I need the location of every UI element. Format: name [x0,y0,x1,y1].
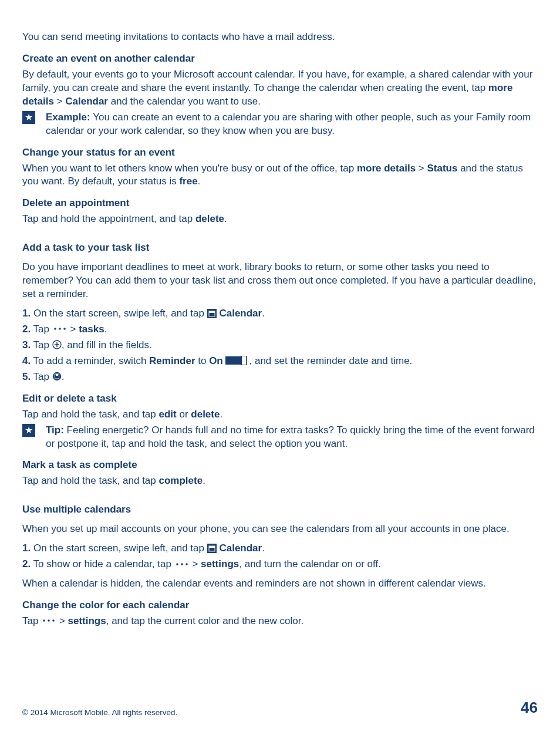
svg-rect-10 [241,356,247,365]
svg-point-4 [59,328,61,331]
calendar-tile-icon [207,309,217,318]
calendar-tile-icon [207,544,217,553]
heading-change-color: Change the color for each calendar [22,599,538,612]
svg-rect-2 [209,311,215,313]
svg-point-19 [185,563,188,565]
body-change-color: Tap > settings, and tap the current colo… [22,615,538,628]
svg-point-17 [176,563,178,565]
example-callout: ★ Example: You can create an event to a … [22,111,538,138]
heading-mark-complete: Mark a task as complete [22,459,538,472]
plus-circle-icon [52,340,62,349]
copyright-text: © 2014 Microsoft Mobile. All rights rese… [22,707,177,718]
page-number: 46 [521,697,538,718]
heading-change-status: Change your status for an event [22,146,538,160]
svg-rect-13 [56,374,58,376]
more-dots-icon [52,326,68,332]
heading-delete-appt: Delete an appointment [22,197,538,210]
intro-text: You can send meeting invitations to cont… [22,31,538,44]
svg-rect-9 [226,357,242,365]
svg-rect-14 [207,544,217,553]
body-create-event: By default, your events go to your Micro… [22,68,538,109]
svg-point-18 [181,563,183,565]
tip-text: Feeling energetic? Or hands full and no … [46,424,535,449]
step4-5: 5. Tap . [22,370,538,384]
tip-callout: ★ Tip: Feeling energetic? Or hands full … [22,424,538,451]
step4-2: 2. Tap > tasks. [22,323,538,336]
star-icon: ★ [22,424,35,437]
body-delete-appt: Tap and hold the appointment, and tap de… [22,213,538,226]
heading-create-event: Create an event on another calendar [22,52,538,66]
svg-point-22 [52,620,55,622]
star-icon: ★ [22,111,35,124]
heading-multiple-cal: Use multiple calendars [22,503,538,517]
tip-label: Tip: [46,424,67,436]
more-dots-icon [41,618,56,624]
svg-point-3 [54,328,56,331]
save-circle-icon [52,372,62,381]
toggle-on-icon [225,356,249,365]
body-mark-complete: Tap and hold the task, and tap complete. [22,474,538,488]
svg-point-20 [43,620,45,622]
step4-3: 3. Tap , and fill in the fields. [22,339,538,352]
svg-rect-16 [209,546,215,548]
step4-4: 4. To add a reminder, switch Reminder to… [22,355,538,368]
body-change-status: When you want to let others know when yo… [22,162,538,189]
step7-1: 1. On the start screen, swipe left, and … [22,542,538,555]
step4-1: 1. On the start screen, swipe left, and … [22,307,538,321]
body-edit-delete-task: Tap and hold the task, and tap edit or d… [22,408,538,422]
heading-edit-delete-task: Edit or delete a task [22,392,538,406]
note-multiple-cal: When a calendar is hidden, the calendar … [22,577,538,591]
svg-rect-0 [207,309,217,318]
example-label: Example: [46,112,93,123]
intro-multiple-cal: When you set up mail accounts on your ph… [22,523,538,536]
svg-point-5 [63,328,66,331]
heading-add-task: Add a task to your task list [22,241,538,255]
page-footer: © 2014 Microsoft Mobile. All rights rese… [22,697,538,718]
step7-2: 2. To show or hide a calendar, tap > set… [22,558,538,571]
example-text: You can create an event to a calendar yo… [46,112,531,136]
more-dots-icon [174,561,190,567]
intro-add-task: Do you have important deadlines to meet … [22,261,538,301]
svg-point-11 [53,372,61,380]
svg-point-21 [48,620,50,622]
